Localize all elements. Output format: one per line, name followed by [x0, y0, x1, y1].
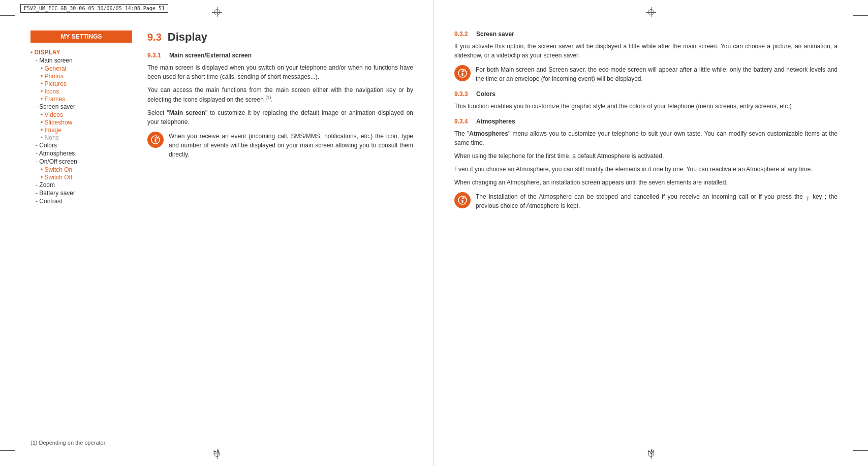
book-spread: E5V2_UM_FCC-GB_30-06-05 30/06/05 14:08 P…: [0, 0, 868, 466]
sidebar-sub-none[interactable]: None: [30, 134, 132, 141]
sidebar-item-atmospheres[interactable]: Atmospheres: [30, 150, 132, 157]
svg-rect-10: [462, 200, 463, 203]
edge-mark-bottom-left: [0, 450, 15, 451]
subsection-931-title: Main screen/External screen: [169, 52, 252, 59]
footer-note: (1) Depending on the operator.: [30, 440, 107, 446]
subsection-931-header: 9.3.1 Main screen/External screen: [147, 52, 413, 59]
subsection-934-para2: When using the telephone for the first t…: [454, 151, 838, 161]
subsection-934-para1: The "Atmospheres" menu allows you to cus…: [454, 129, 838, 147]
note-box-932: For both Main screen and Screen saver, t…: [454, 65, 838, 83]
subsection-933: 9.3.3 Colors This function enables you t…: [454, 90, 838, 111]
sidebar-sub-general[interactable]: General: [30, 65, 132, 72]
edge-mark-top-left: [0, 15, 15, 16]
sidebar-item-main-screen[interactable]: Main screen: [30, 57, 132, 64]
subsection-931: 9.3.1 Main screen/External screen The ma…: [147, 52, 413, 159]
svg-rect-6: [462, 73, 463, 76]
subsection-932-num: 9.3.2: [454, 30, 472, 38]
subsection-934-num: 9.3.4: [454, 118, 472, 125]
note-box-931: When you receive an event (incoming call…: [147, 132, 413, 159]
sidebar-item-onoff-screen[interactable]: On/Off screen: [30, 158, 132, 165]
section-title: Display: [168, 30, 207, 44]
note-icon-932: [454, 65, 471, 81]
left-content: MY SETTINGS • DISPLAY Main screen Genera…: [30, 30, 413, 446]
sidebar-sub-switch-on[interactable]: Switch On: [30, 166, 132, 173]
subsection-931-para2: You can access the main functions from t…: [147, 85, 413, 104]
sidebar-item-battery-saver[interactable]: Battery saver: [30, 190, 132, 197]
svg-point-3: [157, 136, 159, 139]
subsection-932-title: Screen saver: [476, 30, 514, 38]
sidebar-item-colors[interactable]: Colors: [30, 142, 132, 149]
crosshair-bottom-right: [646, 449, 656, 459]
edge-mark-top-right: [853, 15, 868, 16]
sidebar-item-screen-saver[interactable]: Screen saver: [30, 103, 132, 110]
svg-point-7: [463, 70, 466, 72]
sidebar-sub-icons[interactable]: Icons: [30, 88, 132, 95]
sidebar-sub-switch-off[interactable]: Switch Off: [30, 174, 132, 181]
note-text-931: When you receive an event (incoming call…: [169, 132, 413, 159]
page-header: E5V2_UM_FCC-GB_30-06-05 30/06/05 14:08 P…: [20, 4, 168, 13]
subsection-931-para3: Select "Main screen" to customize it by …: [147, 108, 413, 127]
subsection-933-header: 9.3.3 Colors: [454, 90, 838, 98]
subsection-934-title: Atmospheres: [476, 118, 515, 125]
crosshair-top: [212, 7, 222, 17]
note-text-932: For both Main screen and Screen saver, t…: [476, 65, 838, 83]
sidebar-sub-videos[interactable]: Videos: [30, 111, 132, 118]
subsection-934-para3: Even if you choose an Atmosphere, you ca…: [454, 165, 838, 174]
note-icon-934: [454, 192, 471, 208]
edge-mark-bottom-right: [853, 450, 868, 451]
sidebar-category-display: • DISPLAY: [30, 49, 132, 56]
subsection-932: 9.3.2 Screen saver If you activate this …: [454, 30, 838, 83]
crosshair-bottom-left: [212, 449, 222, 459]
subsection-932-header: 9.3.2 Screen saver: [454, 30, 838, 38]
svg-point-11: [463, 197, 466, 199]
sidebar-sub-pictures[interactable]: Pictures: [30, 80, 132, 87]
subsection-933-para1: This function enables you to customize t…: [454, 102, 838, 111]
sidebar-sub-slideshow[interactable]: Slideshow: [30, 119, 132, 126]
subsection-933-num: 9.3.3: [454, 90, 472, 98]
subsection-932-para1: If you activate this option, the screen …: [454, 42, 838, 60]
main-content-left: 9.3 Display 9.3.1 Main screen/External s…: [147, 30, 413, 446]
page-right: 9.3.2 Screen saver If you activate this …: [434, 0, 868, 466]
sidebar-item-contrast[interactable]: Contrast: [30, 198, 132, 205]
note-text-934: The installation of the Atmosphere can b…: [476, 192, 838, 210]
subsection-933-title: Colors: [476, 90, 495, 98]
subsection-934-header: 9.3.4 Atmospheres: [454, 118, 838, 125]
svg-rect-2: [155, 139, 157, 142]
crosshair-top-right: [646, 7, 656, 17]
sidebar-sub-image[interactable]: Image: [30, 127, 132, 134]
note-box-934: The installation of the Atmosphere can b…: [454, 192, 838, 210]
sidebar-item-zoom[interactable]: Zoom: [30, 181, 132, 189]
page-left: E5V2_UM_FCC-GB_30-06-05 30/06/05 14:08 P…: [0, 0, 434, 466]
subsection-931-para1: The main screen is displayed when you sw…: [147, 63, 413, 81]
sidebar-display-section: • DISPLAY Main screen General Photos Pic…: [30, 49, 132, 205]
sidebar-sub-photos[interactable]: Photos: [30, 73, 132, 80]
subsection-934-para4: When changing an Atmosphere, an installa…: [454, 178, 838, 187]
sidebar-sub-frames[interactable]: Frames: [30, 96, 132, 103]
subsection-934: 9.3.4 Atmospheres The "Atmospheres" menu…: [454, 118, 838, 210]
note-icon-931: [147, 132, 164, 148]
section-num: 9.3: [147, 32, 162, 43]
sidebar-title: MY SETTINGS: [30, 30, 132, 43]
subsection-931-num: 9.3.1: [147, 52, 165, 59]
section-header: 9.3 Display: [147, 30, 413, 44]
sidebar: MY SETTINGS • DISPLAY Main screen Genera…: [30, 30, 132, 446]
